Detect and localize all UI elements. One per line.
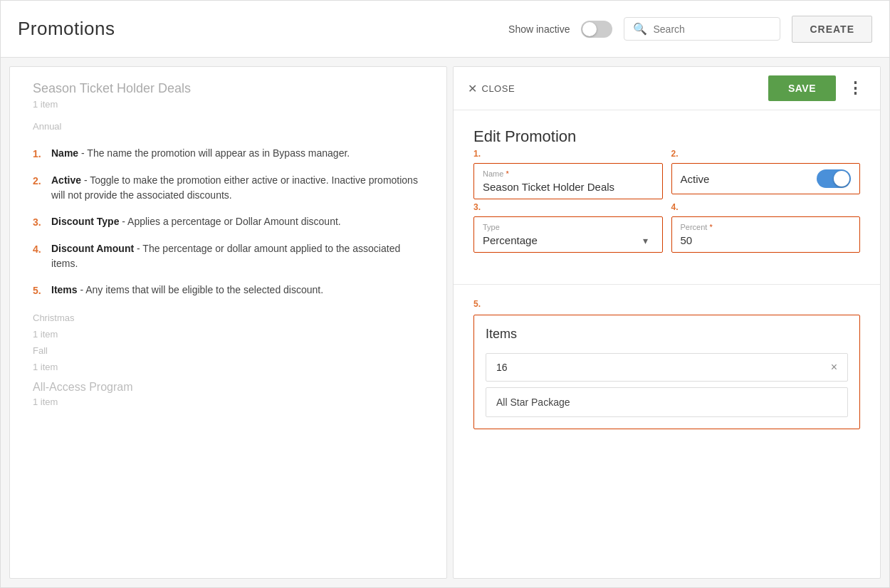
items-container: Items 16 × All Star Package xyxy=(473,315,860,429)
promo-list-sub: 1 item xyxy=(33,99,424,110)
more-options-button[interactable]: ⋮ xyxy=(844,79,866,98)
faded-christmas: Christmas xyxy=(33,313,424,323)
instruction-text-2: Active - Toggle to make the promotion ei… xyxy=(51,173,424,203)
item-tag: 16 × xyxy=(486,353,848,382)
name-field-label: Name xyxy=(483,169,654,178)
type-field: Type Percentage Dollar Amount xyxy=(473,216,663,253)
search-input[interactable] xyxy=(653,23,771,35)
step-label-3: 3. xyxy=(473,202,481,212)
percent-field: Percent xyxy=(671,216,861,253)
items-title: Items xyxy=(486,327,848,342)
faded-family: Fall xyxy=(33,345,424,356)
instruction-number-2: 2. xyxy=(33,173,44,189)
save-button[interactable]: SAVE xyxy=(768,75,836,101)
instruction-text-1: Name - The name the promotion will appea… xyxy=(51,146,350,161)
instruction-number-1: 1. xyxy=(33,146,44,162)
name-field: Name xyxy=(473,163,663,199)
instruction-item-2: 2. Active - Toggle to make the promotion… xyxy=(33,173,424,203)
step-label-1: 1. xyxy=(473,149,481,159)
right-panel-header: ✕ CLOSE SAVE ⋮ xyxy=(454,67,880,110)
instruction-item-1: 1. Name - The name the promotion will ap… xyxy=(33,146,424,162)
top-bar-right: Show inactive 🔍 CREATE xyxy=(508,16,872,43)
instruction-number-3: 3. xyxy=(33,214,44,230)
active-field: Active xyxy=(671,163,861,194)
type-select-wrapper: Percentage Dollar Amount xyxy=(483,234,654,246)
main-content: Season Ticket Holder Deals 1 item Annual… xyxy=(1,58,889,587)
form-area: Edit Promotion 1. Name 2. Active xyxy=(454,110,880,285)
faded-christmas-sub: 1 item xyxy=(33,329,424,340)
show-inactive-toggle[interactable] xyxy=(581,21,612,38)
type-field-label: Type xyxy=(483,223,654,231)
form-title: Edit Promotion xyxy=(473,127,860,146)
promo-list-name: Annual xyxy=(33,121,424,132)
page-title: Promotions xyxy=(18,18,115,40)
instruction-number-4: 4. xyxy=(33,241,44,257)
form-row-1: 1. Name 2. Active xyxy=(473,163,860,199)
create-button[interactable]: CREATE xyxy=(792,16,872,43)
search-container: 🔍 xyxy=(624,17,780,41)
close-label: CLOSE xyxy=(482,83,515,94)
percent-field-label: Percent xyxy=(681,223,852,231)
left-panel-inner: Season Ticket Holder Deals 1 item Annual… xyxy=(10,67,446,578)
instruction-item-4: 4. Discount Amount - The percentage or d… xyxy=(33,241,424,271)
item-suggestion[interactable]: All Star Package xyxy=(486,387,848,417)
faded-family-sub: 1 item xyxy=(33,362,424,372)
search-icon: 🔍 xyxy=(633,22,647,36)
name-input[interactable] xyxy=(483,181,654,193)
instruction-text-3: Discount Type - Applies a percentage or … xyxy=(51,214,341,229)
close-button[interactable]: ✕ CLOSE xyxy=(468,82,515,95)
right-panel: ✕ CLOSE SAVE ⋮ Edit Promotion 1. Name xyxy=(453,66,881,579)
instructions-list: 1. Name - The name the promotion will ap… xyxy=(33,146,424,298)
percent-input[interactable] xyxy=(681,234,852,246)
app-container: Promotions Show inactive 🔍 CREATE Season… xyxy=(0,0,890,588)
active-toggle[interactable] xyxy=(817,169,851,188)
instruction-item-5: 5. Items - Any items that will be eligib… xyxy=(33,283,424,298)
instruction-item-3: 3. Discount Type - Applies a percentage … xyxy=(33,214,424,230)
item-tag-close[interactable]: × xyxy=(831,361,837,374)
items-section: 5. Items 16 × All Star Package xyxy=(454,285,880,578)
active-label-text: Active xyxy=(681,173,710,185)
faded-section-title: All-Access Program xyxy=(33,381,424,394)
left-panel: Season Ticket Holder Deals 1 item Annual… xyxy=(9,66,447,579)
top-bar: Promotions Show inactive 🔍 CREATE xyxy=(1,1,889,58)
step-label-4: 4. xyxy=(671,202,679,212)
header-actions: SAVE ⋮ xyxy=(768,75,866,101)
instruction-text-5: Items - Any items that will be eligible … xyxy=(51,283,323,298)
faded-section-sub: 1 item xyxy=(33,397,424,407)
instruction-text-4: Discount Amount - The percentage or doll… xyxy=(51,241,424,271)
close-icon: ✕ xyxy=(468,82,478,95)
step-label-2: 2. xyxy=(671,149,679,159)
instruction-number-5: 5. xyxy=(33,283,44,298)
promo-list-header: Season Ticket Holder Deals xyxy=(33,81,424,96)
form-row-2: 3. Type Percentage Dollar Amount xyxy=(473,216,860,253)
type-select[interactable]: Percentage Dollar Amount xyxy=(483,234,654,246)
items-step-label: 5. xyxy=(473,299,860,309)
item-tag-value: 16 xyxy=(496,362,508,373)
show-inactive-label: Show inactive xyxy=(508,23,570,35)
